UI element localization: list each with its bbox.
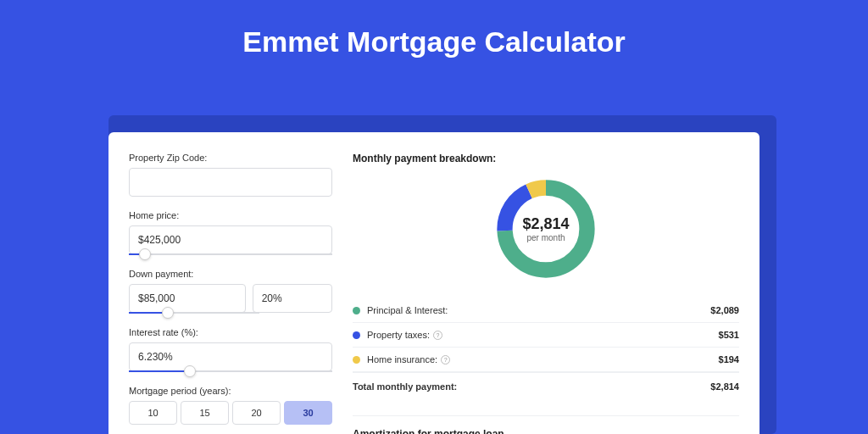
period-option-30[interactable]: 30 <box>284 401 332 425</box>
amortization-title: Amortization for mortgage loan <box>353 428 739 434</box>
down-payment-label: Down payment: <box>129 269 332 279</box>
down-payment-field: Down payment: <box>129 269 332 314</box>
legend-value: $531 <box>719 330 739 340</box>
breakdown-column: Monthly payment breakdown: $2,814 per mo… <box>353 153 739 434</box>
calculator-card: Property Zip Code: Home price: Down paym… <box>108 132 760 434</box>
interest-label: Interest rate (%): <box>129 327 332 337</box>
legend-label: Home insurance: ? <box>367 354 719 364</box>
slider-thumb-icon[interactable] <box>184 365 196 377</box>
dot-icon <box>353 331 360 339</box>
home-price-label: Home price: <box>129 210 332 220</box>
donut-center: $2,814 per month <box>492 175 600 283</box>
total-label: Total monthly payment: <box>353 381 710 392</box>
slider-thumb-icon[interactable] <box>139 248 151 260</box>
interest-slider[interactable] <box>129 370 332 372</box>
help-icon[interactable]: ? <box>441 355 450 364</box>
dot-icon <box>353 356 360 364</box>
period-option-20[interactable]: 20 <box>232 401 281 425</box>
breakdown-title: Monthly payment breakdown: <box>353 153 739 164</box>
dot-icon <box>353 307 360 314</box>
legend-row-principal: Principal & Interest: $2,089 <box>353 298 739 323</box>
page-title: Emmet Mortgage Calculator <box>0 0 868 74</box>
down-payment-slider[interactable] <box>129 312 259 314</box>
period-option-10[interactable]: 10 <box>129 401 177 425</box>
slider-thumb-icon[interactable] <box>162 307 174 319</box>
home-price-slider[interactable] <box>129 253 332 255</box>
total-value: $2,814 <box>710 381 739 392</box>
legend-row-taxes: Property taxes: ? $531 <box>353 323 739 348</box>
legend-label: Property taxes: ? <box>367 330 719 340</box>
form-column: Property Zip Code: Home price: Down paym… <box>129 153 332 434</box>
home-price-field: Home price: <box>129 210 332 255</box>
interest-input[interactable] <box>129 342 332 371</box>
donut-sub: per month <box>526 233 565 242</box>
period-label: Mortgage period (years): <box>129 386 332 396</box>
down-payment-pct-input[interactable] <box>253 284 332 313</box>
zip-label: Property Zip Code: <box>129 153 332 163</box>
legend-value: $2,089 <box>710 305 739 315</box>
total-row: Total monthly payment: $2,814 <box>353 372 739 400</box>
period-field: Mortgage period (years): 10 15 20 30 <box>129 386 332 425</box>
legend-label: Principal & Interest: <box>367 305 710 315</box>
zip-input[interactable] <box>129 168 332 197</box>
amortization-section: Amortization for mortgage loan Amortizat… <box>353 415 739 434</box>
period-option-15[interactable]: 15 <box>181 401 229 425</box>
legend-row-insurance: Home insurance: ? $194 <box>353 348 739 372</box>
home-price-input[interactable] <box>129 225 332 254</box>
interest-field: Interest rate (%): <box>129 327 332 372</box>
donut-chart: $2,814 per month <box>492 175 600 283</box>
donut-chart-wrap: $2,814 per month <box>353 175 739 283</box>
down-payment-input[interactable] <box>129 284 246 313</box>
zip-field: Property Zip Code: <box>129 153 332 197</box>
donut-amount: $2,814 <box>522 215 569 233</box>
legend-value: $194 <box>719 354 739 364</box>
period-button-group: 10 15 20 30 <box>129 401 332 425</box>
help-icon[interactable]: ? <box>433 331 442 340</box>
